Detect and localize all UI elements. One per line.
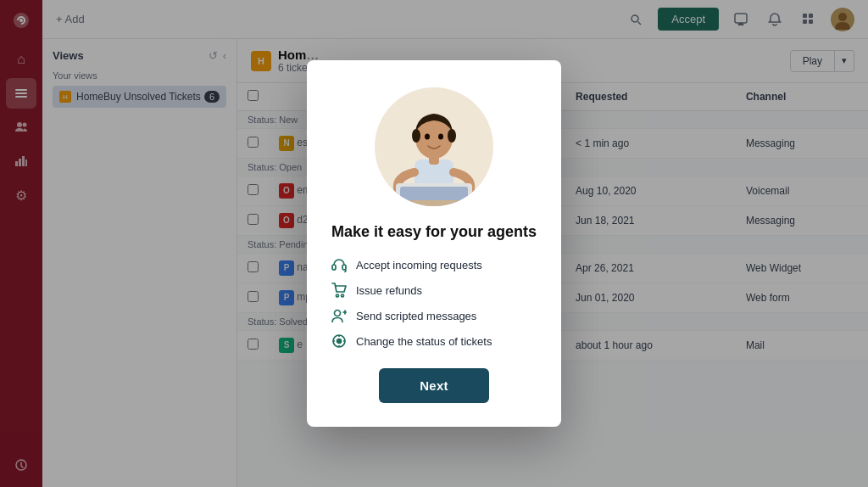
svg-rect-32	[342, 265, 346, 270]
cart-icon	[331, 282, 348, 299]
modal-title: Make it easy for your agents	[331, 223, 537, 241]
feature-text-3: Change the status of tickets	[356, 335, 492, 348]
feature-item-0: Accept incoming requests	[331, 256, 537, 273]
feature-list: Accept incoming requests Issue refunds	[331, 256, 537, 350]
svg-rect-29	[400, 187, 468, 202]
feature-item-1: Issue refunds	[331, 282, 537, 299]
feature-text-2: Send scripted messages	[356, 310, 476, 322]
headset-icon	[331, 256, 348, 273]
modal-overlay[interactable]: Make it easy for your agents Accept inco…	[0, 0, 868, 487]
svg-point-34	[342, 294, 344, 297]
feature-text-1: Issue refunds	[356, 284, 422, 297]
svg-point-26	[425, 134, 430, 140]
person-add-icon	[331, 307, 348, 324]
feature-item-3: Change the status of tickets	[331, 333, 537, 350]
svg-point-25	[448, 129, 456, 143]
svg-point-35	[335, 311, 341, 316]
modal-image	[375, 87, 493, 206]
ticket-status-icon	[331, 333, 348, 350]
svg-point-33	[337, 294, 339, 297]
agent-illustration	[379, 92, 489, 206]
svg-point-24	[412, 129, 420, 143]
modal-dialog: Make it easy for your agents Accept inco…	[307, 60, 561, 427]
svg-point-39	[337, 339, 342, 344]
svg-point-27	[438, 134, 443, 140]
next-button[interactable]: Next	[379, 368, 489, 403]
svg-rect-30	[383, 200, 485, 206]
feature-item-2: Send scripted messages	[331, 307, 537, 324]
feature-text-0: Accept incoming requests	[356, 259, 482, 271]
svg-rect-31	[332, 265, 336, 270]
